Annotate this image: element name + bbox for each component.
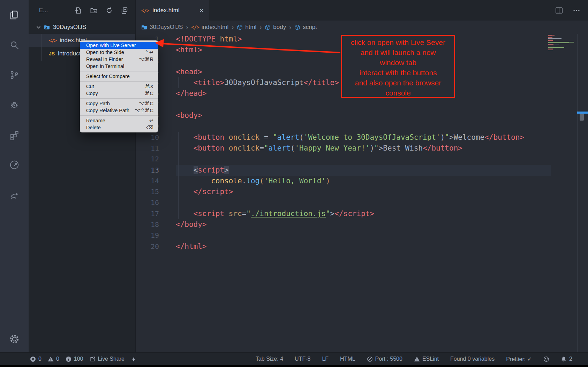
extensions-icon[interactable]	[9, 130, 20, 140]
refresh-icon[interactable]	[105, 7, 113, 14]
menu-item-open-with-live-server[interactable]: Open with Live Server	[80, 42, 158, 49]
explorer-icon[interactable]	[9, 10, 20, 20]
menu-item-reveal-in-finder[interactable]: Reveal in Finder⌥⌘R	[80, 56, 158, 63]
code-text: <!DOCTYPE html>	[176, 34, 242, 45]
code-line-9[interactable]: 9	[136, 121, 588, 132]
breadcrumb-label: body	[273, 24, 286, 31]
status-item-bolt[interactable]	[131, 356, 137, 362]
chevron-down-icon	[36, 26, 41, 29]
blocked-icon	[367, 356, 373, 362]
code-line-19[interactable]: 19	[136, 230, 588, 241]
code-line-17[interactable]: 17 <script src="./introduction.js"></scr…	[136, 208, 588, 219]
status-item-label: Prettier: ✓	[506, 356, 532, 362]
menu-item-copy[interactable]: Copy⌘C	[80, 90, 158, 97]
line-number: 15	[136, 186, 159, 197]
breadcrumb-item-index-html[interactable]: </>index.html	[191, 24, 228, 31]
tab-bar: </> index.html ×	[136, 0, 588, 21]
explorer-header: E...	[29, 0, 135, 21]
live-share-icon[interactable]	[9, 160, 20, 170]
status-item-found-0-variables[interactable]: Found 0 variables	[450, 356, 495, 362]
menu-item-shortcut: ⌘X	[145, 84, 153, 89]
status-item-0[interactable]: 0	[30, 356, 42, 362]
code-line-14[interactable]: 14 console.log('Hello, World')	[136, 176, 588, 186]
status-item-utf-8[interactable]: UTF-8	[295, 356, 310, 362]
menu-item-shortcut: ↩	[149, 118, 153, 123]
menu-item-open-in-terminal[interactable]: Open in Terminal	[80, 63, 158, 70]
menu-item-select-for-compare[interactable]: Select for Compare	[80, 73, 158, 80]
warning-icon	[414, 356, 420, 362]
code-text: <body>	[176, 110, 202, 121]
menu-separator	[80, 71, 158, 71]
code-text: <button onclick = "alert('Welcome to 30D…	[176, 132, 524, 143]
menu-item-copy-relative-path[interactable]: Copy Relative Path⌥⇧⌘C	[80, 107, 158, 114]
code-line-16[interactable]: 16	[136, 197, 588, 208]
breadcrumb-item-html[interactable]: html	[237, 24, 256, 31]
tab-close-icon[interactable]: ×	[199, 7, 204, 14]
breadcrumb-item-script[interactable]: script	[294, 24, 317, 31]
line-number: 14	[136, 176, 159, 186]
code-line-18[interactable]: 18</body>	[136, 219, 588, 230]
status-item-smiley[interactable]	[543, 356, 549, 362]
code-line-13[interactable]: 13 <script>	[136, 165, 588, 176]
status-bar: 00100Live Share Tab Size: 4UTF-8LFHTMLPo…	[0, 352, 588, 365]
status-item-tab-size-4[interactable]: Tab Size: 4	[256, 356, 283, 362]
folder-icon	[44, 24, 50, 30]
status-item-100[interactable]: 100	[66, 356, 83, 362]
collapse-all-icon[interactable]	[121, 7, 128, 14]
menu-item-label: Copy Path	[86, 101, 139, 106]
tab-index-html[interactable]: </> index.html ×	[136, 0, 209, 21]
line-number: 11	[136, 143, 159, 154]
minimap-line	[548, 49, 575, 50]
menu-item-open-to-the-side[interactable]: Open to the Side^ ↩	[80, 49, 158, 56]
scrollbar-thumb[interactable]	[580, 114, 584, 121]
code-line-12[interactable]: 12	[136, 154, 588, 165]
breadcrumb: 30DaysOfJS›</>index.html›html›body›scrip…	[136, 21, 588, 34]
status-item-label: Tab Size: 4	[256, 356, 283, 362]
code-line-8[interactable]: 8<body>	[136, 110, 588, 121]
code-line-20[interactable]: 20</html>	[136, 241, 588, 252]
code-line-10[interactable]: 10 <button onclick = "alert('Welcome to …	[136, 132, 588, 143]
status-item-2[interactable]: 2	[561, 356, 572, 362]
new-file-icon[interactable]	[75, 7, 82, 14]
minimap[interactable]	[548, 35, 575, 50]
code-line-7[interactable]: 7	[136, 99, 588, 110]
status-item-prettier[interactable]: Prettier: ✓	[506, 356, 532, 362]
status-item-eslint[interactable]: ESLint	[414, 356, 439, 362]
breadcrumb-item-30daysofjs[interactable]: 30DaysOfJS	[141, 24, 183, 31]
line-number: 17	[136, 208, 159, 219]
split-editor-icon[interactable]	[555, 7, 563, 14]
status-item-live-share[interactable]: Live Share	[90, 356, 125, 362]
annotation-line: and it will launch a new	[342, 47, 454, 58]
status-item-0[interactable]: 0	[48, 356, 59, 362]
menu-item-cut[interactable]: Cut⌘X	[80, 83, 158, 90]
symbol-cube-icon	[265, 24, 271, 30]
html-icon: </>	[191, 24, 199, 30]
menu-item-rename[interactable]: Rename↩	[80, 117, 158, 124]
debug-icon[interactable]	[9, 100, 20, 110]
menu-item-delete[interactable]: Delete⌫	[80, 124, 158, 131]
source-control-icon[interactable]	[9, 70, 20, 80]
custom-extension-icon[interactable]	[9, 190, 20, 200]
more-actions-icon[interactable]	[573, 7, 580, 14]
code-line-11[interactable]: 11 <button onclick="alert('Happy New Yea…	[136, 143, 588, 154]
error-icon	[30, 356, 36, 362]
line-number: 12	[136, 154, 159, 165]
menu-item-copy-path[interactable]: Copy Path⌥⌘C	[80, 100, 158, 107]
menu-item-label: Delete	[86, 125, 146, 130]
menu-item-shortcut: ⌘C	[145, 91, 153, 96]
code-text: </head>	[176, 88, 207, 99]
breadcrumb-label: html	[245, 24, 256, 31]
bell-icon	[561, 356, 567, 362]
menu-item-label: Copy	[86, 91, 145, 96]
menu-item-shortcut: ⌫	[146, 125, 153, 130]
status-item-lf[interactable]: LF	[322, 356, 329, 362]
status-item-html[interactable]: HTML	[340, 356, 355, 362]
code-line-15[interactable]: 15 </script>	[136, 186, 588, 197]
new-folder-icon[interactable]	[90, 7, 98, 14]
status-item-label: Port : 5500	[375, 356, 402, 362]
search-icon[interactable]	[9, 40, 20, 50]
folder-item-30daysofjs[interactable]: 30DaysOfJS	[29, 21, 135, 34]
breadcrumb-item-body[interactable]: body	[265, 24, 286, 31]
status-item-port-5500[interactable]: Port : 5500	[367, 356, 402, 362]
settings-gear-icon[interactable]	[9, 334, 20, 344]
